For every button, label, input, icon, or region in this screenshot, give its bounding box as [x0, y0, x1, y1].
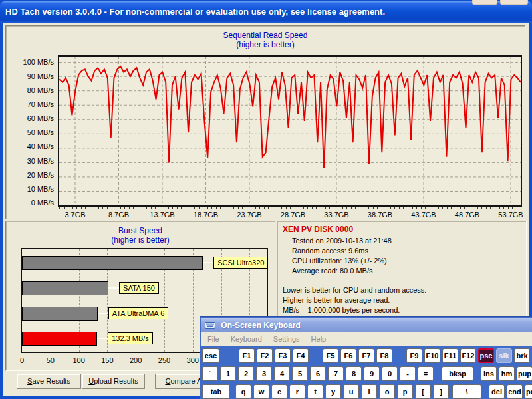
osk-key-p[interactable]: p — [397, 384, 413, 399]
osk-key-F11[interactable]: F11 — [442, 348, 458, 363]
osk-key-[interactable]: ] — [433, 384, 449, 399]
x-axis-tick-label: 43.7GB — [411, 211, 436, 219]
osk-key-q[interactable]: q — [235, 384, 251, 399]
osk-key-y[interactable]: y — [325, 384, 341, 399]
burst-bar — [22, 332, 97, 346]
info-note-line: Higher is better for average read. — [283, 295, 521, 305]
osk-key-[interactable]: - — [400, 366, 416, 381]
desktop: HD Tach version 3.0.4.0 - For non-commer… — [0, 0, 532, 399]
osk-key-F2[interactable]: F2 — [257, 348, 273, 363]
x-axis-tick-label: 33.7GB — [324, 211, 348, 219]
osk-key-F8[interactable]: F8 — [376, 348, 392, 363]
burst-bar-label: ATA UltraDMA 6 — [108, 307, 168, 319]
osk-key-brk[interactable]: brk — [514, 348, 530, 363]
osk-key-1[interactable]: 1 — [220, 366, 236, 381]
osk-key-[interactable]: = — [418, 366, 434, 381]
x-axis-tick-label: 28.7GB — [281, 211, 305, 219]
osk-key-0[interactable]: 0 — [382, 366, 398, 381]
drive-name: XEN PV DISK 0000 — [283, 225, 521, 235]
on-screen-keyboard-window: On-Screen Keyboard FileKeyboardSettingsH… — [200, 316, 532, 399]
background-window-sliver — [500, 0, 528, 5]
osk-key-end[interactable]: end — [507, 384, 523, 399]
osk-menu-help[interactable]: Help — [311, 332, 327, 346]
osk-key-[interactable]: \ — [452, 384, 481, 399]
osk-menu-settings[interactable]: Settings — [273, 332, 300, 346]
drive-detail-line: CPU utilization: 13% (+/- 2%) — [283, 256, 521, 266]
osk-key-F4[interactable]: F4 — [293, 348, 309, 363]
osk-key-hm[interactable]: hm — [499, 366, 515, 381]
osk-key-[interactable]: ` — [202, 366, 218, 381]
drive-detail-line: Tested on 2009-10-13 at 21:48 — [283, 236, 521, 246]
osk-key-F10[interactable]: F10 — [424, 348, 440, 363]
y-axis-tick-label: 0 MB/s — [7, 199, 54, 207]
hdtach-window-title: HD Tach version 3.0.4.0 - For non-commer… — [5, 7, 385, 17]
osk-key-F3[interactable]: F3 — [275, 348, 291, 363]
osk-key-F6[interactable]: F6 — [340, 348, 356, 363]
osk-window-title: On-Screen Keyboard — [221, 321, 300, 330]
drive-detail-line: Random access: 9.6ms — [283, 246, 521, 256]
osk-key-tab[interactable]: tab — [202, 384, 230, 399]
bar-label-connector — [97, 338, 108, 339]
osk-key-r[interactable]: r — [289, 384, 305, 399]
osk-key-u[interactable]: u — [343, 384, 359, 399]
x-axis-tick-label: 53.7GB — [498, 211, 523, 219]
osk-key-pdn[interactable]: pdn — [525, 384, 532, 399]
hdtach-titlebar[interactable]: HD Tach version 3.0.4.0 - For non-commer… — [0, 1, 532, 23]
save-results-button[interactable]: Save Results — [17, 374, 81, 389]
burst-bar — [22, 256, 203, 270]
osk-key-ins[interactable]: ins — [481, 366, 497, 381]
osk-key-2[interactable]: 2 — [238, 366, 254, 381]
osk-menubar: FileKeyboardSettingsHelp — [201, 332, 532, 346]
osk-key-4[interactable]: 4 — [274, 366, 290, 381]
osk-key-row-1: escF1F2F3F4F5F6F7F8F9F10F11F12pscslkbrk — [200, 348, 532, 363]
y-axis-tick-label: 70 MB/s — [7, 100, 54, 108]
drive-detail-line: Average read: 80.0 MB/s — [283, 266, 521, 276]
burst-bar-label: SCSI Ultra320 — [213, 257, 268, 269]
osk-key-F7[interactable]: F7 — [358, 348, 374, 363]
x-axis-tick-label: 13.7GB — [150, 211, 174, 219]
osk-key-6[interactable]: 6 — [310, 366, 326, 381]
osk-key-pup[interactable]: pup — [517, 366, 532, 381]
osk-key-row-2: `1234567890-=bkspinshmpup — [200, 366, 532, 381]
osk-key-e[interactable]: e — [271, 384, 287, 399]
seq-chart-title: Sequential Read Speed — [6, 31, 525, 40]
burst-axis-label: 150 — [101, 356, 113, 364]
osk-key-9[interactable]: 9 — [364, 366, 380, 381]
osk-titlebar[interactable]: On-Screen Keyboard — [201, 318, 532, 332]
x-axis-tick-label: 3.7GB — [65, 211, 85, 219]
osk-key-[interactable]: [ — [415, 384, 431, 399]
keyboard-icon — [205, 319, 215, 334]
osk-key-F5[interactable]: F5 — [323, 348, 338, 363]
x-axis-tick-label: 38.7GB — [368, 211, 392, 219]
osk-menu-file[interactable]: File — [207, 332, 219, 346]
osk-menu-keyboard[interactable]: Keyboard — [231, 332, 262, 346]
burst-bar-label: SATA 150 — [119, 282, 159, 294]
osk-key-slk[interactable]: slk — [496, 348, 512, 363]
osk-key-esc[interactable]: esc — [202, 348, 219, 363]
burst-axis-label: 100 — [72, 356, 84, 364]
y-axis-tick-label: 60 MB/s — [7, 114, 54, 122]
x-axis-tick-label: 18.7GB — [194, 211, 218, 219]
upload-results-button[interactable]: Upload Results — [82, 374, 145, 389]
osk-key-F12[interactable]: F12 — [460, 348, 476, 363]
y-axis-tick-label: 10 MB/s — [7, 185, 54, 193]
burst-bar — [22, 281, 108, 295]
osk-key-7[interactable]: 7 — [328, 366, 344, 381]
y-axis-tick-label: 20 MB/s — [7, 171, 54, 179]
osk-key-8[interactable]: 8 — [346, 366, 362, 381]
osk-key-3[interactable]: 3 — [256, 366, 272, 381]
osk-key-psc[interactable]: psc — [478, 348, 494, 363]
seq-read-line — [59, 66, 521, 168]
osk-key-F9[interactable]: F9 — [406, 348, 422, 363]
y-axis-tick-label: 40 MB/s — [7, 142, 54, 150]
osk-key-F1[interactable]: F1 — [239, 348, 255, 363]
x-axis-tick-label: 48.7GB — [455, 211, 479, 219]
osk-key-t[interactable]: t — [307, 384, 323, 399]
osk-key-w[interactable]: w — [253, 384, 269, 399]
osk-key-del[interactable]: del — [489, 384, 505, 399]
osk-key-bksp[interactable]: bksp — [442, 366, 473, 381]
osk-key-o[interactable]: o — [379, 384, 395, 399]
osk-key-row-3: tabqwertyuiop[]\delendpdn — [200, 384, 532, 399]
osk-key-5[interactable]: 5 — [292, 366, 308, 381]
osk-key-i[interactable]: i — [361, 384, 377, 399]
